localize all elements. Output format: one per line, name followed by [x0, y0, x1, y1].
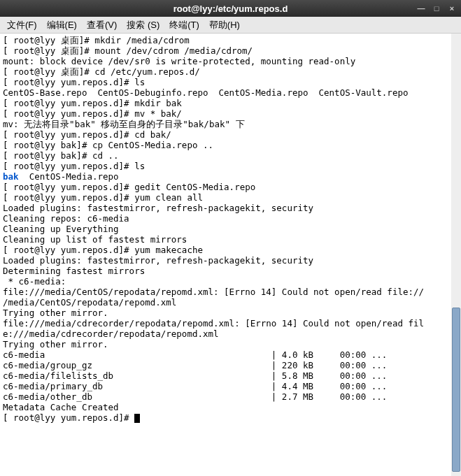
line: /media/CentOS/repodata/repomd.xml	[3, 297, 176, 308]
window-titlebar: root@lyy:/etc/yum.repos.d — □ ×	[0, 0, 461, 17]
line: [ root@lyy yum.repos.d]# yum clean all	[3, 192, 203, 203]
menu-view[interactable]: 查看(V)	[83, 17, 121, 33]
line: Cleaning up Everything	[3, 224, 119, 234]
window-controls: — □ ×	[415, 3, 458, 14]
line: [ root@lyy 桌面]# mount /dev/cdrom /media/…	[3, 45, 253, 56]
line: [ root@lyy yum.repos.d]# cd bak/	[3, 129, 171, 140]
line: [ root@lyy yum.repos.d]# mv * bak/	[3, 108, 182, 119]
line: Trying other mirror.	[3, 339, 108, 349]
menu-help[interactable]: 帮助(H)	[205, 17, 244, 33]
content-wrap: [ root@lyy 桌面]# mkdir /media/cdrom [ roo…	[0, 34, 461, 476]
line: Cleaning up list of fastest mirrors	[3, 234, 187, 245]
scroll-track[interactable]	[451, 34, 461, 476]
line: Metadata Cache Created	[3, 402, 119, 412]
menu-edit[interactable]: 编辑(E)	[43, 17, 81, 33]
line: file:///media/CentOS/repodata/repomd.xml…	[3, 287, 424, 297]
maximize-button[interactable]: □	[430, 3, 443, 14]
menu-search[interactable]: 搜索 (S)	[122, 17, 164, 33]
minimize-button[interactable]: —	[415, 3, 427, 14]
line: [ root@lyy yum.repos.d]# yum makecache	[3, 245, 203, 255]
line: CentOS-Base.repo CentOS-Debuginfo.repo C…	[3, 87, 408, 98]
line: Loaded plugins: fastestmirror, refresh-p…	[3, 255, 313, 266]
line: [ root@lyy yum.repos.d]# ls	[3, 161, 145, 171]
line: [ root@lyy bak]# cd ..	[3, 150, 119, 161]
cursor	[134, 414, 140, 423]
line: c6-media/other_db | 2.7 MB 00:00 ...	[3, 391, 387, 402]
line: c6-media/group_gz | 220 kB 00:00 ...	[3, 360, 387, 370]
line: [ root@lyy yum.repos.d]# gedit CentOS-Me…	[3, 182, 255, 192]
prompt: [ root@lyy yum.repos.d]#	[3, 412, 134, 423]
dir-name: bak	[3, 171, 19, 182]
line: Cleaning repos: c6-media	[3, 213, 129, 224]
line: [ root@lyy bak]# cp CentOS-Media.repo ..	[3, 140, 213, 150]
menu-terminal[interactable]: 终端(T)	[165, 17, 204, 33]
line: Determining fastest mirrors	[3, 266, 145, 276]
terminal-output[interactable]: [ root@lyy 桌面]# mkdir /media/cdrom [ roo…	[0, 34, 451, 476]
scrollbar[interactable]	[451, 34, 461, 476]
window-title: root@lyy:/etc/yum.repos.d	[173, 3, 288, 14]
line: [ root@lyy yum.repos.d]# mkdir bak	[3, 98, 182, 108]
close-button[interactable]: ×	[446, 3, 458, 14]
menu-file[interactable]: 文件(F)	[3, 17, 41, 33]
line: Trying other mirror.	[3, 308, 108, 318]
line: file:///media/cdrecorder/repodata/repomd…	[3, 318, 424, 329]
line: c6-media | 4.0 kB 00:00 ...	[3, 349, 387, 360]
line: mount: block device /dev/sr0 is write-pr…	[3, 56, 355, 66]
line: [ root@lyy yum.repos.d]# ls	[3, 77, 145, 87]
line: e:///media/cdrecorder/repodata/repomd.xm…	[3, 329, 219, 339]
line: [ root@lyy 桌面]# cd /etc/yum.repos.d/	[3, 66, 200, 77]
line: * c6-media:	[3, 276, 66, 287]
line: [ root@lyy 桌面]# mkdir /media/cdrom	[3, 35, 190, 45]
line: CentOS-Media.repo	[19, 171, 119, 182]
line: Loaded plugins: fastestmirror, refresh-p…	[3, 203, 313, 213]
line: c6-media/primary_db | 4.4 MB 00:00 ...	[3, 381, 387, 391]
menubar: 文件(F) 编辑(E) 查看(V) 搜索 (S) 终端(T) 帮助(H)	[0, 17, 461, 34]
line: mv: 无法将目录"bak" 移动至自身的子目录"bak/bak" 下	[3, 119, 245, 129]
scroll-thumb[interactable]	[452, 308, 460, 471]
line: c6-media/filelists_db | 5.8 MB 00:00 ...	[3, 370, 387, 381]
